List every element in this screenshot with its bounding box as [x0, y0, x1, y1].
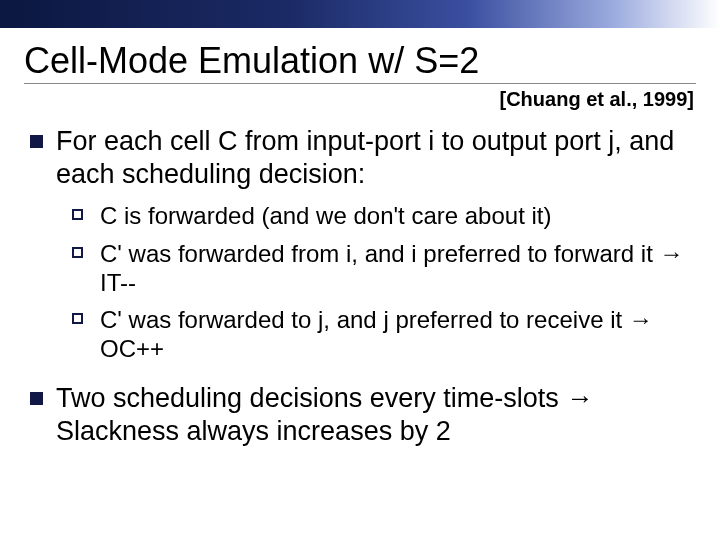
- title-underline: [24, 83, 696, 84]
- bullet-text: For each cell C from input-port i to out…: [56, 126, 674, 189]
- header-bar: [0, 0, 720, 28]
- sub-bullet-text: C' was forwarded to j, and j preferred t…: [100, 306, 653, 362]
- bullet-item: For each cell C from input-port i to out…: [24, 125, 696, 363]
- sub-bullet-text: C' was forwarded from i, and i preferred…: [100, 240, 683, 296]
- sub-bullet-text: C is forwarded (and we don't care about …: [100, 202, 551, 229]
- slide-title: Cell-Mode Emulation w/ S=2: [24, 40, 696, 81]
- citation: [Chuang et al., 1999]: [24, 88, 696, 111]
- bullet-list: For each cell C from input-port i to out…: [24, 125, 696, 447]
- bullet-text: Two scheduling decisions every time-slot…: [56, 383, 593, 446]
- slide-body: Cell-Mode Emulation w/ S=2 [Chuang et al…: [0, 28, 720, 447]
- sub-bullet-item: C is forwarded (and we don't care about …: [70, 201, 696, 230]
- sub-bullet-item: C' was forwarded from i, and i preferred…: [70, 239, 696, 298]
- sub-bullet-list: C is forwarded (and we don't care about …: [70, 201, 696, 363]
- sub-bullet-item: C' was forwarded to j, and j preferred t…: [70, 305, 696, 364]
- bullet-item: Two scheduling decisions every time-slot…: [24, 382, 696, 448]
